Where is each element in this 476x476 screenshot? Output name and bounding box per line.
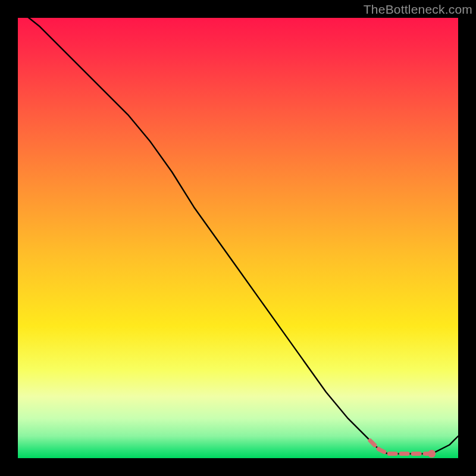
optimal-point-marker xyxy=(428,450,436,458)
bottleneck-curve xyxy=(18,9,458,453)
watermark-text: TheBottleneck.com xyxy=(364,2,472,17)
chart-stage: TheBottleneck.com xyxy=(0,0,476,476)
highlight-segment xyxy=(370,440,432,453)
chart-overlay xyxy=(18,18,458,458)
